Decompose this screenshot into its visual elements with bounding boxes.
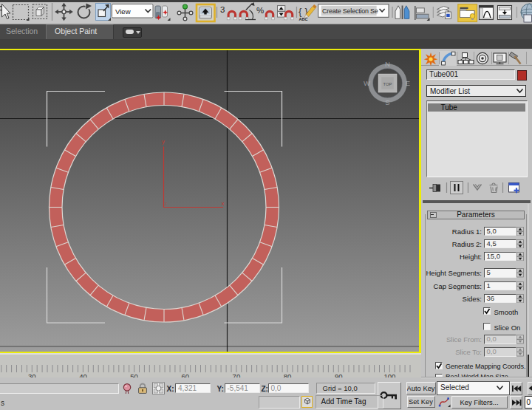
svg-text:S: S (385, 98, 389, 106)
svg-text:TOP: TOP (383, 82, 392, 86)
svg-text:{: { (299, 6, 302, 17)
svg-text:E: E (406, 79, 410, 87)
svg-text:y: y (162, 138, 165, 145)
svg-text:W: W (364, 79, 370, 87)
svg-text:x: x (222, 200, 225, 207)
svg-text:z: z (165, 200, 168, 207)
svg-text:3: 3 (220, 5, 225, 14)
svg-text:N: N (385, 60, 390, 68)
svg-text:View: View (115, 7, 131, 16)
svg-text:%: % (256, 6, 264, 15)
svg-text:Create Selection Se: Create Selection Se (322, 7, 378, 15)
